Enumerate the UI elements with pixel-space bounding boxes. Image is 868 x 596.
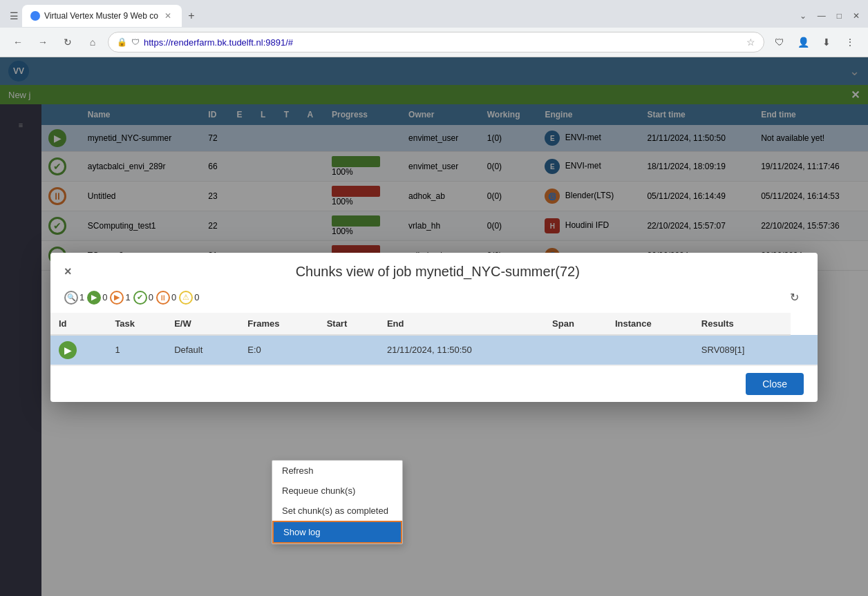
chunks-col-task[interactable]: Task bbox=[106, 313, 166, 335]
browser-chrome: ☰ Virtual Vertex Muster 9 Web co ✕ + ⌄ —… bbox=[0, 0, 868, 57]
new-tab-btn[interactable]: + bbox=[182, 6, 201, 26]
chunks-col-ew[interactable]: E/W bbox=[166, 313, 239, 335]
modal-toolbar: 🔍 1 ▶ 0 ▶ 1 ✔ 0 bbox=[50, 285, 818, 313]
window-minimize-btn[interactable]: — bbox=[815, 11, 829, 21]
chunks-col-start[interactable]: Start bbox=[319, 313, 379, 335]
chunk-check-icon: ✔ bbox=[133, 291, 147, 305]
modal-footer: Close bbox=[50, 365, 818, 402]
chunks-col-id[interactable]: Id bbox=[50, 313, 106, 335]
chunk-status-play-green: ▶ 0 bbox=[87, 291, 107, 305]
lock-icon: 🛡 bbox=[131, 37, 140, 47]
app-area: VV ⌄ New j ✕ ≡ Name ID E bbox=[0, 57, 868, 596]
url-text: https://renderfarm.bk.tudelft.nl:9891/# bbox=[144, 37, 742, 48]
chunk-count-play-orange: 1 bbox=[125, 292, 130, 302]
chunk-cell-start: 21/11/2024, 11:50:50 bbox=[379, 335, 544, 365]
modal-header: × Chunks view of job mynetid_NYC-summer(… bbox=[50, 253, 818, 285]
nav-home-btn[interactable]: ⌂ bbox=[83, 32, 102, 52]
chunk-status-play-icon: ▶ bbox=[59, 341, 77, 359]
chunk-cell-results bbox=[791, 335, 818, 365]
chunk-count-check: 0 bbox=[149, 292, 153, 302]
chunk-cell-id: 1 bbox=[106, 335, 166, 365]
tab-bar: ☰ Virtual Vertex Muster 9 Web co ✕ + ⌄ —… bbox=[0, 0, 868, 28]
context-menu-set-completed[interactable]: Set chunk(s) as completed bbox=[272, 501, 402, 521]
chunk-play-orange-icon: ▶ bbox=[110, 291, 124, 305]
chunk-cell-status: ▶ bbox=[50, 335, 106, 365]
chunk-search-icon: 🔍 bbox=[64, 291, 78, 305]
address-bar[interactable]: 🔒 🛡 https://renderfarm.bk.tudelft.nl:989… bbox=[108, 32, 764, 52]
tab-strip-chevron[interactable]: ⌄ bbox=[797, 11, 809, 21]
chunk-row[interactable]: ▶ 1 Default E:0 21/11/2024, 11:50:50 SRV… bbox=[50, 335, 818, 365]
chunk-cell-task: Default bbox=[166, 335, 239, 365]
chunk-count-play-green: 0 bbox=[102, 292, 107, 302]
menu-btn[interactable]: ⋮ bbox=[840, 32, 860, 52]
chunk-warn-icon: ⚠ bbox=[179, 291, 193, 305]
chunks-col-span[interactable]: Span bbox=[544, 313, 607, 335]
chunk-cell-frames bbox=[319, 335, 379, 365]
context-menu-show-log[interactable]: Show log bbox=[272, 521, 402, 544]
security-icon: 🔒 bbox=[117, 37, 127, 47]
window-close-btn[interactable]: ✕ bbox=[850, 11, 862, 21]
bookmark-star-btn[interactable]: ☆ bbox=[746, 37, 755, 48]
chunk-pause-icon: ⏸ bbox=[156, 291, 170, 305]
sidebar-toggle-btn[interactable]: ☰ bbox=[6, 8, 22, 24]
context-menu-refresh[interactable]: Refresh bbox=[272, 461, 402, 481]
chunks-col-results[interactable]: Results bbox=[693, 313, 791, 335]
tab-right-controls: ⌄ — □ ✕ bbox=[797, 11, 862, 21]
tab-favicon bbox=[30, 11, 40, 21]
chunk-play-green-icon: ▶ bbox=[87, 291, 101, 305]
download-btn[interactable]: ⬇ bbox=[817, 32, 836, 52]
chunk-cell-span bbox=[607, 335, 693, 365]
chunk-cell-instance: SRV089[1] bbox=[693, 335, 791, 365]
chunks-modal: × Chunks view of job mynetid_NYC-summer(… bbox=[50, 253, 818, 402]
modal-close-button[interactable]: Close bbox=[746, 373, 804, 395]
modal-close-btn[interactable]: × bbox=[64, 265, 72, 279]
tab-close-btn[interactable]: ✕ bbox=[162, 10, 173, 21]
chunks-col-frames[interactable]: Frames bbox=[239, 313, 318, 335]
chunks-refresh-btn[interactable]: ↻ bbox=[784, 288, 804, 307]
chunk-status-play-orange: ▶ 1 bbox=[110, 291, 130, 305]
chunk-count-pause: 0 bbox=[171, 292, 176, 302]
chunk-count-search: 1 bbox=[79, 292, 84, 302]
profile-btn[interactable]: 👤 bbox=[793, 32, 813, 52]
chunk-count-warn: 0 bbox=[194, 292, 199, 302]
tab-title: Virtual Vertex Muster 9 Web co bbox=[44, 11, 158, 21]
modal-title: Chunks view of job mynetid_NYC-summer(72… bbox=[296, 264, 580, 280]
chunk-status-check: ✔ 0 bbox=[133, 291, 153, 305]
context-menu-requeue[interactable]: Requeue chunk(s) bbox=[272, 481, 402, 501]
chunk-cell-ew: E:0 bbox=[239, 335, 318, 365]
chunk-cell-end bbox=[544, 335, 607, 365]
chunks-col-instance[interactable]: Instance bbox=[607, 313, 693, 335]
chunk-status-search: 🔍 1 bbox=[64, 291, 84, 305]
window-maximize-btn[interactable]: □ bbox=[834, 11, 845, 21]
chunks-table: Id Task E/W Frames Start End Span Instan… bbox=[50, 313, 818, 365]
context-menu: Refresh Requeue chunk(s) Set chunk(s) as… bbox=[272, 460, 403, 544]
nav-forward-btn[interactable]: → bbox=[33, 32, 53, 52]
nav-reload-btn[interactable]: ↻ bbox=[58, 32, 77, 52]
chunks-col-end[interactable]: End bbox=[379, 313, 544, 335]
nav-back-btn[interactable]: ← bbox=[8, 32, 28, 52]
nav-bar: ← → ↻ ⌂ 🔒 🛡 https://renderfarm.bk.tudelf… bbox=[0, 28, 868, 57]
chunk-status-pause: ⏸ 0 bbox=[156, 291, 176, 305]
extensions-btn[interactable]: 🛡 bbox=[770, 32, 789, 52]
modal-overlay: × Chunks view of job mynetid_NYC-summer(… bbox=[0, 57, 868, 596]
nav-right-controls: 🛡 👤 ⬇ ⋮ bbox=[770, 32, 860, 52]
chunk-status-warn: ⚠ 0 bbox=[179, 291, 199, 305]
active-tab[interactable]: Virtual Vertex Muster 9 Web co ✕ bbox=[22, 5, 182, 27]
